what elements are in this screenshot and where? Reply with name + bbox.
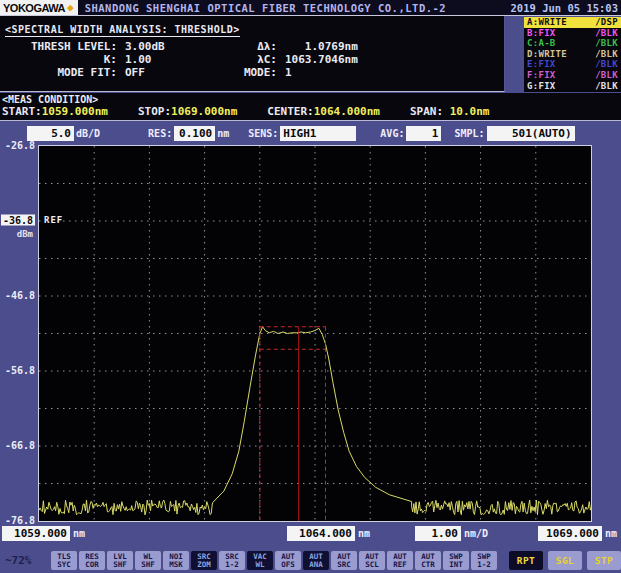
analysis-row: THRESH LEVEL:3.00dBΔλ: 1.0769nm [5, 40, 504, 53]
trace-display-mode: /BLK [595, 81, 618, 92]
trace-f-row[interactable]: F:FIX/BLK [524, 70, 621, 81]
window-title: SHANDONG SHENGHAI OPTICAL FIBER TECHNOLO… [85, 2, 511, 14]
trace-name: C:A-B [527, 38, 556, 49]
meas-item-label: SPAN: [410, 105, 443, 118]
trace-display-mode: /BLK [595, 28, 618, 39]
meas-item: STOP:1069.000nm [138, 105, 237, 118]
meas-condition-title: <MEAS CONDITION> [2, 94, 621, 105]
trace-name: D:WRITE [527, 49, 567, 60]
status-chip-aut-ctr: AUTCTR [415, 551, 441, 570]
analysis-label: λC: [229, 53, 277, 66]
level-scale-field[interactable]: 5.0 [27, 126, 74, 141]
chip-text: 1-2 [225, 561, 239, 569]
chip-text: REF [393, 561, 407, 569]
meas-item: CENTER:1064.000nm [267, 105, 380, 118]
analysis-panel-title: <SPECTRAL WIDTH ANALYSIS: THRESHOLD> [5, 24, 240, 37]
averaging-field[interactable]: 1 [406, 126, 441, 141]
analysis-value: OFF [125, 66, 221, 79]
diamond-icon: ◆ [67, 3, 74, 13]
trace-display-mode: /BLK [595, 49, 618, 60]
start-wavelength-unit: nm [73, 528, 85, 539]
meas-condition-values: START:1059.000nmSTOP:1069.000nmCENTER:10… [2, 105, 621, 118]
chip-text: CTR [421, 561, 435, 569]
trace-name: B:FIX [527, 28, 556, 39]
trace-d-row[interactable]: D:WRITE/BLK [524, 49, 621, 60]
status-chip-wl-shf: WLSHF [135, 551, 161, 570]
analysis-row: MODE FIT:OFFMODE:1 [5, 66, 504, 79]
meas-condition-panel: <MEAS CONDITION> START:1059.000nmSTOP:10… [0, 93, 621, 121]
status-chip-src-1-2: SRC1-2 [219, 551, 245, 570]
meas-item-label: CENTER: [267, 105, 313, 118]
trace-display-mode: /DSP [595, 17, 618, 28]
res-label: RES: [148, 128, 172, 139]
sweep-rpt-button[interactable]: RPT [509, 551, 543, 570]
status-chip-vac-wl: VACWL [247, 551, 273, 570]
center-wavelength-unit: nm [358, 528, 370, 539]
y-axis-tick-label: -56.8 [5, 365, 35, 376]
sweep-sgl-button[interactable]: SGL [548, 551, 582, 570]
spectrum-chart [39, 146, 591, 521]
resolution-field[interactable]: 0.100 [174, 126, 215, 141]
chip-text: ANA [309, 561, 323, 569]
chip-text: SYC [57, 561, 71, 569]
trace-name: G:FIX [527, 81, 556, 92]
spectrum-plot-area: REF [38, 145, 592, 522]
analysis-label: K: [5, 53, 117, 66]
trace-legend: A:WRITE/DSPB:FIX/BLKC:A-B/BLKD:WRITE/BLK… [524, 17, 621, 92]
logo-text: YOKOGAWA [3, 2, 65, 14]
y-axis-tick-label: -76.8 [5, 515, 35, 526]
trace-b-row[interactable]: B:FIX/BLK [524, 28, 621, 39]
chip-text: WL [255, 561, 264, 569]
status-chip-src-zom: SRCZOM [191, 551, 217, 570]
trace-c-row[interactable]: C:A-B/BLK [524, 38, 621, 49]
status-chip-noi-msk: NOIMSK [163, 551, 189, 570]
sensitivity-field[interactable]: HIGH1 [280, 126, 356, 141]
trace-name: F:FIX [527, 70, 556, 81]
analysis-value: 1063.7046nm [285, 53, 504, 66]
scale-per-div-unit: nm/D [464, 528, 488, 539]
trace-a-row[interactable]: A:WRITE/DSP [524, 17, 621, 28]
y-axis-unit: dBm [17, 229, 33, 239]
stop-wavelength-field[interactable]: 1069.000 [538, 526, 602, 541]
analysis-value: 1.0769nm [285, 40, 504, 53]
scale-per-div-field[interactable]: 1.00 [415, 526, 461, 541]
status-chip-lvl-shf: LVLSHF [107, 551, 133, 570]
chip-text: 1-2 [477, 561, 491, 569]
sweep-progress: ~72% [5, 554, 51, 567]
meas-item-label: STOP: [138, 105, 171, 118]
y-axis-tick-label: -46.8 [5, 290, 35, 301]
chip-text: INT [449, 561, 463, 569]
analysis-value: 1.00 [125, 53, 221, 66]
y-axis-tick-label: -26.8 [5, 140, 35, 151]
smpl-label: SMPL: [454, 128, 484, 139]
ref-level-value: -36.8 [1, 215, 35, 226]
start-wavelength-field[interactable]: 1059.000 [2, 526, 70, 541]
meas-item-value: 1069.000nm [171, 105, 237, 118]
trace-e-row[interactable]: E:FIX/BLK [524, 59, 621, 70]
sweep-settings-bar: 5.0 dB/D RES: 0.100 nm SENS: HIGH1 AVG: … [0, 122, 621, 144]
osa-screen: YOKOGAWA ◆ SHANDONG SHENGHAI OPTICAL FIB… [0, 0, 621, 573]
center-wavelength-field[interactable]: 1064.000 [287, 526, 355, 541]
sens-label: SENS: [248, 128, 278, 139]
chip-text: MSK [169, 561, 183, 569]
chip-text: SCL [365, 561, 379, 569]
meas-item: START:1059.000nm [2, 105, 108, 118]
meas-item-value: 10.0nm [443, 105, 489, 118]
status-chip-aut-ref: AUTREF [387, 551, 413, 570]
spectral-width-analysis-panel: <SPECTRAL WIDTH ANALYSIS: THRESHOLD> THR… [0, 16, 505, 92]
y-axis-labels: -26.8-36.8-46.8-56.8-66.8-76.8dBm [0, 145, 36, 525]
analysis-label: MODE: [229, 66, 277, 79]
analysis-label: Δλ: [229, 40, 277, 53]
chip-text: SHF [113, 561, 127, 569]
function-status-chips: TLSSYCRESCORLVLSHFWLSHFNOIMSKSRCZOMSRC1-… [51, 551, 497, 570]
avg-label: AVG: [380, 128, 404, 139]
analysis-results-grid: THRESH LEVEL:3.00dBΔλ: 1.0769nmK:1.00λC:… [5, 40, 504, 79]
status-chip-aut-src: AUTSRC [331, 551, 357, 570]
sampling-field[interactable]: 501(AUTO) [487, 126, 575, 141]
trace-name: E:FIX [527, 59, 556, 70]
analysis-label: THRESH LEVEL: [5, 40, 117, 53]
sweep-stp-button[interactable]: STP [587, 551, 621, 570]
trace-g-row[interactable]: G:FIX/BLK [524, 81, 621, 92]
meas-item-label: START: [2, 105, 42, 118]
status-chip-aut-scl: AUTSCL [359, 551, 385, 570]
